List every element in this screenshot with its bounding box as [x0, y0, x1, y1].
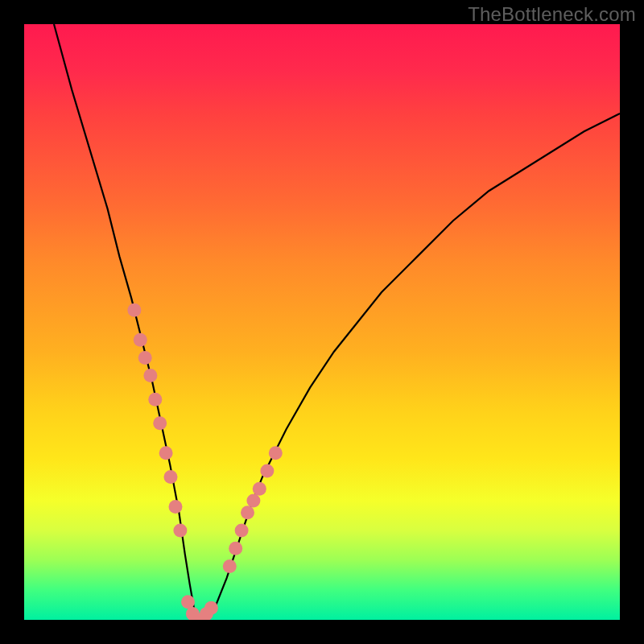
data-point	[229, 542, 242, 555]
data-point	[143, 369, 157, 382]
data-point	[269, 446, 283, 460]
chart-frame: TheBottleneck.com	[0, 0, 644, 644]
data-point	[181, 595, 195, 609]
data-point	[260, 464, 274, 478]
data-point	[148, 393, 162, 407]
data-point	[127, 303, 141, 317]
data-point	[241, 506, 254, 519]
plot-area	[24, 24, 620, 620]
chart-svg	[24, 24, 620, 620]
bottleneck-curve	[54, 24, 620, 620]
data-point	[134, 333, 147, 347]
data-point	[159, 446, 173, 460]
data-point	[153, 416, 167, 430]
data-point	[223, 559, 237, 573]
data-point	[169, 500, 183, 514]
data-point	[246, 494, 260, 508]
data-point	[235, 524, 249, 538]
watermark-text: TheBottleneck.com	[468, 3, 636, 26]
data-point	[253, 482, 266, 496]
data-point	[138, 351, 152, 365]
data-point	[164, 470, 178, 484]
data-point	[204, 601, 218, 615]
data-markers	[127, 303, 282, 620]
data-point	[173, 524, 187, 538]
